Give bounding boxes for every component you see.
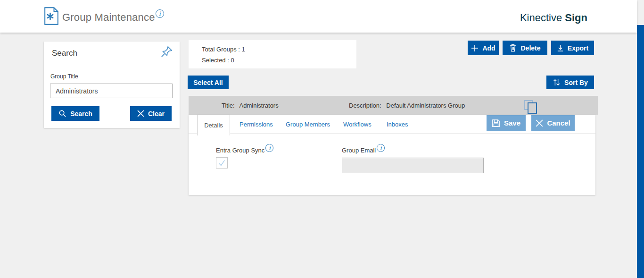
entra-group-sync-label: Entra Group Sync <box>216 147 264 154</box>
group-title-input[interactable] <box>50 84 173 98</box>
group-email-label: Group Email <box>342 147 376 154</box>
total-groups-count: Total Groups : 1 <box>202 46 245 53</box>
summary-box: Total Groups : 1 Selected : 0 <box>189 40 356 68</box>
tab-permissions[interactable]: Permissions <box>239 121 273 128</box>
delete-button[interactable]: Delete <box>503 41 547 55</box>
sort-icon <box>553 78 561 86</box>
tab-strip-divider <box>189 134 595 134</box>
select-all-button[interactable]: Select All <box>188 76 229 89</box>
scrollbar-thumb[interactable] <box>637 25 644 278</box>
search-panel: Search Group Title Search Clear <box>44 42 180 128</box>
group-email-input <box>342 158 484 173</box>
download-icon <box>557 44 564 52</box>
group-description-value: Default Administrators Group <box>386 102 465 109</box>
search-button[interactable]: Search <box>51 106 99 121</box>
app-logo-icon <box>44 7 58 25</box>
app-header: Group Maintenance Kinective Sign <box>0 0 637 33</box>
sort-by-button[interactable]: Sort By <box>546 76 594 89</box>
pin-icon[interactable] <box>160 45 173 58</box>
copy-icon[interactable] <box>524 100 538 114</box>
export-button[interactable]: Export <box>551 41 594 55</box>
tab-inboxes[interactable]: Inboxes <box>387 121 408 128</box>
entra-group-sync-checkbox <box>216 157 228 168</box>
group-title-pair: Title: Administrators <box>222 102 279 109</box>
page-info-icon[interactable] <box>156 9 164 18</box>
page-title: Group Maintenance <box>62 11 155 24</box>
plus-icon <box>471 44 479 52</box>
selected-count: Selected : 0 <box>202 57 234 64</box>
group-title-label: Group Title <box>50 73 78 80</box>
save-button[interactable]: Save <box>487 115 526 131</box>
group-description-pair: Description: Default Administrators Grou… <box>349 102 465 109</box>
tab-details[interactable]: Details <box>197 115 230 135</box>
cancel-button[interactable]: Cancel <box>531 115 575 131</box>
trash-icon <box>509 44 517 52</box>
add-button[interactable]: Add <box>468 41 499 55</box>
tab-group-members[interactable]: Group Members <box>286 121 330 128</box>
tab-workflows[interactable]: Workflows <box>343 121 372 128</box>
search-panel-title: Search <box>52 49 77 58</box>
close-icon <box>536 119 543 127</box>
save-icon <box>492 119 500 127</box>
clear-button[interactable]: Clear <box>130 106 172 121</box>
group-title-value: Administrators <box>239 102 279 109</box>
close-icon <box>137 110 144 117</box>
check-icon <box>218 160 226 167</box>
brand-logo: Kinective Sign <box>520 12 587 24</box>
search-icon <box>58 110 66 118</box>
